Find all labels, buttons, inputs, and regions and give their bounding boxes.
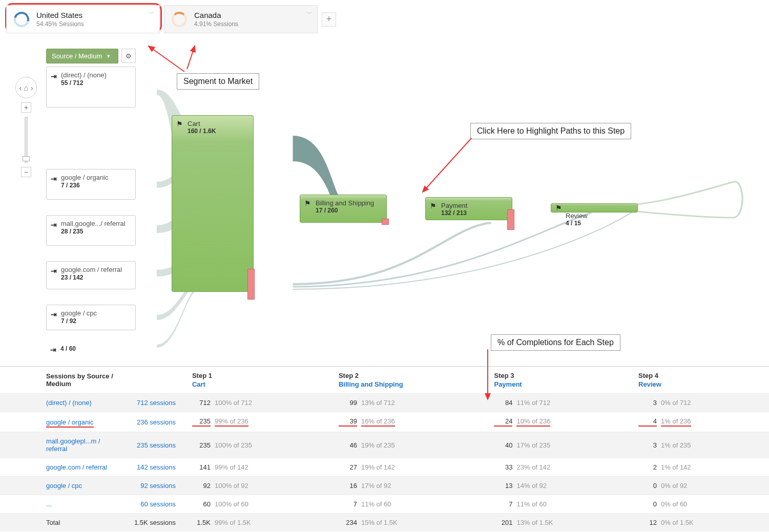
segment-bar: United States 54.45% Sessions ﹀ Canada 4… bbox=[0, 0, 769, 38]
source-title: google.com / referral bbox=[61, 266, 130, 273]
gear-icon: ⚙ bbox=[126, 52, 132, 60]
funnel-step-billing[interactable]: ⚑ Billing and Shipping 17 / 260 bbox=[300, 195, 387, 223]
chevron-down-icon[interactable]: ﹀ bbox=[149, 10, 154, 17]
table-header-step4[interactable]: Step 4Review bbox=[632, 367, 769, 394]
source-stats: 7 / 236 bbox=[61, 182, 130, 189]
table-row: google / cpc92 sessions92100% of 921617%… bbox=[0, 477, 769, 495]
source-box[interactable]: ⇥ google / organic 7 / 236 bbox=[46, 169, 136, 200]
flow-in-icon: ⇥ bbox=[51, 310, 57, 318]
step-stats: 4 / 15 bbox=[566, 220, 588, 227]
zoom-out-button[interactable]: − bbox=[21, 167, 31, 177]
flow-in-icon: ⇥ bbox=[51, 175, 57, 183]
step-value-cell: 1617% of 92 bbox=[332, 477, 488, 495]
zoom-slider[interactable] bbox=[25, 117, 28, 163]
add-segment-button[interactable]: + bbox=[322, 12, 336, 27]
flow-in-icon: ⇥ bbox=[51, 72, 57, 80]
dropoff-bar bbox=[507, 209, 514, 230]
source-stats: 28 / 235 bbox=[61, 228, 130, 235]
flag-icon: ⚑ bbox=[176, 120, 183, 128]
table-header-step1[interactable]: Step 1Cart bbox=[186, 367, 332, 394]
step-title: Review bbox=[566, 212, 588, 220]
step-value-cell: 9913% of 712 bbox=[332, 394, 488, 412]
flow-in-icon: ⇥ bbox=[51, 267, 57, 275]
source-link[interactable]: google.com / referral bbox=[46, 463, 107, 471]
source-link[interactable]: mall.googlepl...m / referral bbox=[46, 437, 100, 453]
dropoff-bar bbox=[382, 219, 389, 225]
table-header-step3[interactable]: Step 3Payment bbox=[488, 367, 632, 394]
table-row: google / organic236 sessions23599% of 23… bbox=[0, 412, 769, 432]
step-value-cell: 23599% of 236 bbox=[186, 412, 332, 432]
funnel-table: Sessions by Source / Medium Step 1Cart S… bbox=[0, 366, 769, 531]
step-value-cell: 711% of 60 bbox=[488, 495, 632, 514]
dropoff-bar bbox=[247, 269, 255, 300]
step-value-cell: 60100% of 60 bbox=[186, 495, 332, 514]
step-value-cell: 711% of 60 bbox=[332, 495, 488, 514]
step-value-cell: 3323% of 142 bbox=[488, 458, 632, 477]
funnel-step-payment[interactable]: ⚑ Payment 132 / 213 bbox=[425, 197, 512, 220]
flag-icon: ⚑ bbox=[555, 204, 562, 212]
funnel-step-review[interactable]: ⚑ Review 4 / 15 bbox=[551, 203, 638, 212]
source-stats: 55 / 712 bbox=[61, 79, 130, 87]
callout-segment: Segment to Market bbox=[177, 73, 259, 90]
source-link[interactable]: google / organic bbox=[46, 418, 94, 428]
flow-visualization: Source / Medium ▼ ⚙ ‹ ⌂ › + − ⇥ (direct)… bbox=[0, 49, 769, 366]
home-nav-button[interactable]: ‹ ⌂ › bbox=[15, 77, 37, 98]
table-row: mall.googlepl...m / referral235 sessions… bbox=[0, 432, 769, 458]
table-row: (direct) / (none)712 sessions712100% of … bbox=[0, 394, 769, 412]
sessions-cell: 142 sessions bbox=[128, 458, 186, 477]
step-value-cell: 712100% of 712 bbox=[186, 394, 332, 412]
source-title: mall.google.../ referral bbox=[61, 220, 130, 227]
source-title: google / cpc bbox=[61, 309, 130, 317]
source-box[interactable]: ⇥ mall.google.../ referral 28 / 235 bbox=[46, 215, 136, 246]
step-value-cell: 00% of 92 bbox=[632, 477, 769, 495]
segment-subtitle: 4.91% Sessions bbox=[194, 20, 238, 28]
callout-completions: % of Completions for Each Step bbox=[491, 334, 620, 351]
source-title: google / organic bbox=[61, 174, 130, 181]
sessions-cell: 60 sessions bbox=[128, 495, 186, 514]
svg-line-0 bbox=[149, 46, 184, 72]
table-total-row: Total1.5K sessions1.5K99% of 1.5K23415% … bbox=[0, 514, 769, 532]
segment-ring-icon bbox=[172, 12, 187, 27]
source-title: (direct) / (none) bbox=[61, 71, 130, 79]
segment-title: Canada bbox=[194, 11, 238, 19]
step-value-cell: 2410% of 236 bbox=[488, 412, 632, 432]
settings-button[interactable]: ⚙ bbox=[121, 49, 136, 63]
step-stats: 17 / 260 bbox=[316, 207, 381, 214]
step-value-cell: 31% of 235 bbox=[632, 432, 769, 458]
step-stats: 132 / 213 bbox=[441, 209, 507, 217]
chevron-down-icon[interactable]: ﹀ bbox=[306, 10, 312, 17]
source-box[interactable]: ⇥ google.com / referral 23 / 142 bbox=[46, 261, 136, 289]
source-link[interactable]: ... bbox=[46, 500, 52, 508]
sessions-cell: 712 sessions bbox=[128, 394, 186, 412]
step-value-cell: 14199% of 142 bbox=[186, 458, 332, 477]
source-box[interactable]: ⇥ (direct) / (none) 55 / 712 bbox=[46, 67, 136, 108]
sessions-cell: 236 sessions bbox=[128, 412, 186, 432]
segment-tab-us[interactable]: United States 54.45% Sessions ﹀ bbox=[6, 5, 160, 33]
step-title: Payment bbox=[441, 202, 507, 209]
callout-highlight: Click Here to Highlight Paths to this St… bbox=[470, 123, 631, 139]
source-link[interactable]: google / cpc bbox=[46, 482, 82, 490]
step-value-cell: 92100% of 92 bbox=[186, 477, 332, 495]
flag-icon: ⚑ bbox=[304, 199, 311, 207]
zoom-handle[interactable] bbox=[23, 156, 30, 161]
step-title: Cart bbox=[188, 120, 248, 127]
source-stats: 4 / 60 bbox=[60, 345, 131, 352]
segment-title: United States bbox=[36, 11, 84, 19]
table-header-step2[interactable]: Step 2Billing and Shipping bbox=[332, 367, 488, 394]
segment-tab-canada[interactable]: Canada 4.91% Sessions ﹀ bbox=[164, 5, 318, 33]
zoom-in-button[interactable]: + bbox=[21, 102, 31, 113]
source-link[interactable]: (direct) / (none) bbox=[46, 399, 92, 407]
source-box[interactable]: ⇥ google / cpc 7 / 92 bbox=[46, 305, 136, 330]
source-box[interactable]: ⇥ 4 / 60 bbox=[46, 341, 136, 358]
funnel-step-cart[interactable]: ⚑ Cart 160 / 1.6K bbox=[172, 115, 254, 292]
dimension-selector[interactable]: Source / Medium ▼ bbox=[46, 49, 118, 63]
svg-line-1 bbox=[187, 46, 195, 69]
svg-line-2 bbox=[423, 138, 471, 192]
arrow-annotation bbox=[415, 136, 476, 202]
flow-in-icon: ⇥ bbox=[51, 221, 57, 229]
step-value-cell: 2719% of 142 bbox=[332, 458, 488, 477]
source-stats: 7 / 92 bbox=[61, 317, 130, 325]
step-stats: 160 / 1.6K bbox=[188, 127, 248, 135]
step-value-cell: 4017% of 235 bbox=[488, 432, 632, 458]
table-row: ...60 sessions60100% of 60711% of 60711%… bbox=[0, 495, 769, 514]
